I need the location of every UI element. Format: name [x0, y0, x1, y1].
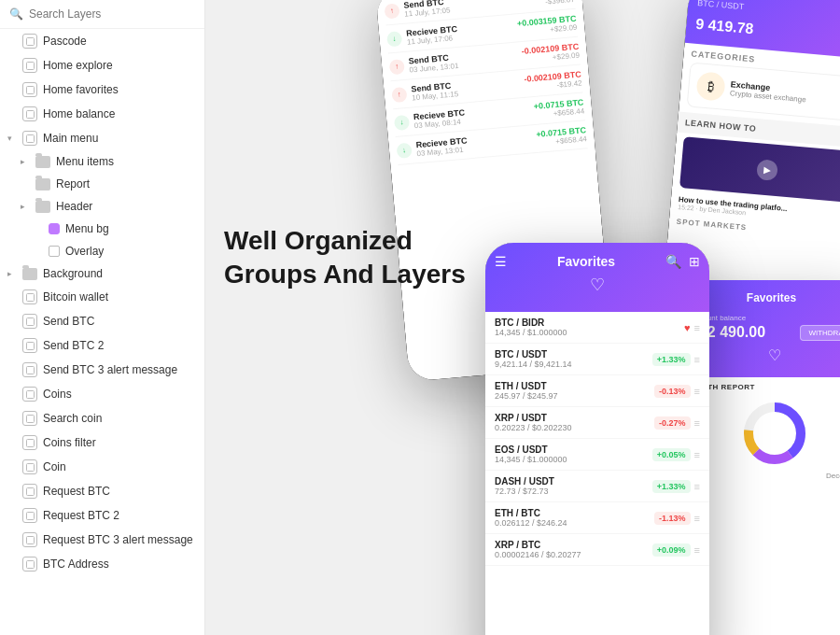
sidebar-item-home-favorites[interactable]: Home favorites: [0, 78, 204, 102]
layer-type-icon: [22, 362, 37, 377]
drag-icon: ≡: [694, 481, 700, 492]
headline: Well Organized Groups And Layers: [224, 224, 466, 292]
sidebar-item-background[interactable]: ▸Background: [0, 262, 204, 285]
change-badge: +0.05%: [652, 448, 691, 461]
change-badge: +0.09%: [652, 543, 691, 557]
btc-pair: BTC / USDT: [697, 0, 745, 11]
sidebar-item-label: Request BTC 3 alert message: [43, 533, 193, 546]
sidebar-item-label: Coin: [43, 460, 66, 473]
sidebar-item-header[interactable]: ▸Header: [0, 195, 204, 218]
svg-rect-14: [26, 512, 34, 519]
crypto-item: BTC / BIDR14,345 / $1.000000♥≡: [485, 312, 709, 344]
svg-rect-13: [26, 487, 34, 495]
play-button[interactable]: ▶: [756, 159, 778, 181]
crypto-item: XRP / BTC0.00002146 / $0.20277+0.09%≡: [485, 534, 709, 566]
layer-type-icon: [22, 268, 37, 280]
svg-rect-12: [26, 463, 34, 471]
layer-type-icon: [22, 289, 37, 304]
layer-type-icon: [22, 314, 37, 329]
svg-rect-8: [26, 366, 34, 374]
sidebar-item-label: Request BTC 2: [43, 509, 119, 522]
crypto-item: EOS / USDT14,345 / $1.000000+0.05%≡: [485, 439, 709, 471]
recv-arrow-icon: ↓: [396, 142, 412, 158]
sidebar-item-main-menu[interactable]: ▾Main menu: [0, 126, 204, 150]
crypto-item: ETH / BTC0.026112 / $246.24-1.13%≡: [485, 502, 709, 534]
drag-icon: ≡: [694, 386, 700, 397]
sidebar-item-request-btc[interactable]: Request BTC: [0, 479, 204, 503]
sidebar-item-coins[interactable]: Coins: [0, 382, 204, 406]
layer-type-icon: [35, 201, 50, 213]
sidebar-item-label: Home favorites: [43, 83, 119, 96]
layer-type-icon: [35, 178, 50, 190]
sidebar-item-label: Request BTC: [43, 485, 110, 498]
sidebar-item-label: Menu bg: [65, 222, 109, 235]
layer-type-icon: [49, 223, 60, 234]
layer-type-icon: [22, 106, 37, 121]
hamburger-icon: ☰: [495, 254, 507, 269]
layer-type-icon: [22, 508, 37, 523]
svg-rect-0: [26, 37, 34, 45]
sidebar-item-label: Background: [43, 267, 103, 280]
recv-arrow-icon: ↓: [386, 31, 402, 47]
sidebar-item-pascode[interactable]: Pascode: [0, 29, 204, 53]
sidebar-item-label: Send BTC 3 alert message: [43, 363, 177, 376]
sidebar-item-overlay[interactable]: Overlay: [0, 240, 204, 262]
crypto-list: BTC / BIDR14,345 / $1.000000♥≡BTC / USDT…: [485, 312, 709, 566]
sidebar-item-label: Coins: [43, 388, 72, 401]
layer-type-icon: [22, 387, 37, 402]
exchange-info: Exchange Crypto asset exchange: [730, 79, 807, 104]
search-bar[interactable]: 🔍: [0, 0, 204, 29]
sidebar-item-coins-filter[interactable]: Coins filter: [0, 430, 204, 455]
svg-rect-6: [26, 318, 34, 325]
sidebar-item-label: Overlay: [65, 245, 104, 258]
heart-icon: ♡: [691, 346, 840, 364]
sidebar-item-menu-bg[interactable]: Menu bg: [0, 218, 204, 240]
recv-arrow-icon: ↓: [394, 114, 410, 130]
search-input[interactable]: [29, 7, 195, 21]
sidebar-item-send-btc-3[interactable]: Send BTC 3 alert message: [0, 358, 204, 382]
sidebar-item-coin[interactable]: Coin: [0, 455, 204, 479]
layer-type-icon: [22, 338, 37, 353]
crypto-item: BTC / USDT9,421.14 / $9,421.14+1.33%≡: [485, 344, 709, 375]
sidebar-item-request-btc-2[interactable]: Request BTC 2: [0, 503, 204, 528]
change-badge: -0.13%: [654, 385, 691, 398]
sidebar-item-menu-items[interactable]: ▸Menu items: [0, 150, 204, 173]
sidebar-item-label: Bitcoin wallet: [43, 290, 108, 303]
change-badge: +1.33%: [652, 480, 691, 493]
sidebar-item-bitcoin-wallet[interactable]: Bitcoin wallet: [0, 285, 204, 309]
svg-rect-5: [26, 293, 34, 301]
drag-icon: ≡: [694, 544, 700, 556]
sidebar-item-label: Pascode: [43, 35, 87, 48]
send-arrow-icon: ↑: [384, 3, 399, 19]
phone-mockup-favorites: ☰ Favorites 🔍 ⊞ ♡ BTC / BIDR14,345 / $1.…: [485, 243, 709, 635]
sidebar-item-label: BTC Address: [43, 557, 109, 571]
crypto-item: ETH / USDT245.97 / $245.97-0.13%≡: [485, 375, 709, 407]
header-icons: 🔍 ⊞: [665, 254, 700, 269]
sidebar-item-report[interactable]: Report: [0, 173, 204, 195]
drag-icon: ≡: [694, 417, 700, 429]
favorites-title: Favorites: [557, 254, 615, 269]
sidebar-item-label: Header: [56, 200, 92, 213]
svg-rect-3: [26, 110, 34, 118]
exchange-icon: ₿: [695, 71, 726, 102]
sidebar-item-send-btc-2[interactable]: Send BTC 2: [0, 333, 204, 358]
svg-rect-16: [26, 560, 34, 568]
layer-type-icon: [22, 484, 37, 499]
sidebar-item-btc-address[interactable]: BTC Address: [0, 552, 204, 576]
layer-type-icon: [22, 459, 37, 474]
send-arrow-icon: ↑: [389, 59, 405, 75]
sidebar-item-send-btc[interactable]: Send BTC: [0, 309, 204, 333]
sidebar-item-label: Main menu: [43, 132, 98, 145]
sidebar-item-label: Send BTC 2: [43, 339, 104, 352]
send-arrow-icon: ↑: [391, 86, 407, 102]
svg-rect-9: [26, 390, 34, 398]
withdraw-button[interactable]: WITHDRAW: [800, 325, 840, 341]
sidebar-item-home-balance[interactable]: Home balance: [0, 102, 204, 126]
sidebar-item-search-coin[interactable]: Search coin: [0, 406, 204, 430]
layer-type-icon: [22, 532, 37, 547]
chevron-icon: ▸: [21, 202, 30, 211]
sidebar-item-request-btc-3[interactable]: Request BTC 3 alert message: [0, 528, 204, 552]
chevron-icon: ▾: [7, 134, 17, 143]
sidebar-item-home-explore[interactable]: Home explore: [0, 53, 204, 78]
favorites-heart: ♡: [495, 275, 700, 295]
